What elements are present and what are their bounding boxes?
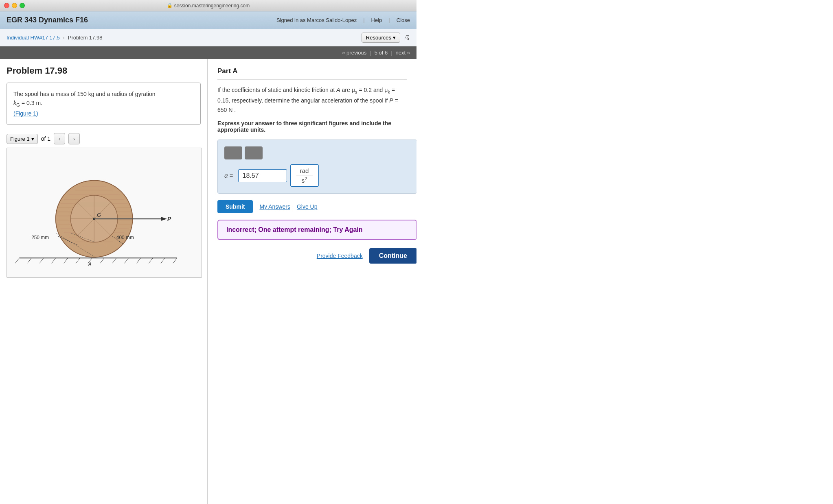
svg-line-1 <box>15 258 19 264</box>
figure-image: G P 250 mm 400 mm A <box>7 148 202 278</box>
figure-select[interactable]: Figure 1 ▾ <box>7 134 38 144</box>
left-panel: Problem 17.98 The spool has a mass of 15… <box>0 59 208 504</box>
input-row: α = rad s2 <box>224 164 410 187</box>
units-divider <box>296 175 313 175</box>
svg-line-11 <box>137 258 141 264</box>
continue-button[interactable]: Continue <box>369 248 416 264</box>
lock-icon: 🔒 <box>167 3 173 8</box>
breadcrumb-bar: Individual HW#17 17.5 › Problem 17.98 Re… <box>0 29 416 46</box>
app-header: EGR 343 Dynamics F16 Signed in as Marcos… <box>0 11 416 29</box>
header-sep2: | <box>388 17 390 23</box>
nav-bar: « previous | 5 of 6 | next » <box>0 46 416 59</box>
svg-line-9 <box>112 258 116 264</box>
svg-line-12 <box>149 258 153 264</box>
resources-label: Resources <box>366 35 391 41</box>
maximize-button[interactable] <box>20 3 25 8</box>
spool-diagram: G P 250 mm 400 mm A <box>7 148 202 277</box>
units-exponent: 2 <box>305 176 307 181</box>
breadcrumb-hw-link[interactable]: Individual HW#17 17.5 <box>7 35 60 41</box>
svg-marker-44 <box>161 217 167 221</box>
svg-text:G: G <box>97 212 101 218</box>
figure-controls: Figure 1 ▾ of 1 ‹ › <box>7 133 201 144</box>
alpha-label: α = <box>224 172 233 179</box>
nav-count: 5 of 6 <box>375 50 388 56</box>
nav-sep1: | <box>370 50 371 56</box>
desc-line1: The spool has a mass of 150 kg and a rad… <box>13 91 156 97</box>
toolbar-row <box>224 146 410 159</box>
toolbar-btn-1[interactable] <box>224 146 242 159</box>
signed-in-label: Signed in as Marcos Salido-Lopez <box>276 17 357 23</box>
incorrect-box: Incorrect; One attempt remaining; Try Ag… <box>217 220 416 240</box>
part-title: Part A <box>217 67 407 80</box>
feedback-link[interactable]: Provide Feedback <box>317 253 363 259</box>
resources-button[interactable]: Resources ▾ <box>362 33 400 43</box>
submit-button[interactable]: Submit <box>217 200 253 213</box>
nav-sep2: | <box>391 50 392 56</box>
print-icon[interactable]: 🖨 <box>403 34 410 41</box>
svg-line-4 <box>52 258 56 264</box>
svg-text:P: P <box>167 216 171 222</box>
figure-prev-button[interactable]: ‹ <box>54 133 65 144</box>
figure-next-button[interactable]: › <box>68 133 80 144</box>
svg-text:400 mm: 400 mm <box>116 235 134 240</box>
figure-of-label: of 1 <box>41 135 50 142</box>
svg-text:250 mm: 250 mm <box>31 235 49 240</box>
figure-select-arrow: ▾ <box>31 136 34 142</box>
resources-area: Resources ▾ 🖨 <box>362 33 410 43</box>
desc-k: kG = 0.3 m. <box>13 100 42 106</box>
answer-input[interactable] <box>238 169 287 182</box>
url-text: session.masteringengineering.com <box>174 3 250 9</box>
svg-line-3 <box>39 258 44 264</box>
main-content: Problem 17.98 The spool has a mass of 15… <box>0 59 416 504</box>
resources-chevron-icon: ▾ <box>393 35 396 41</box>
url-bar: 🔒 session.masteringengineering.com <box>167 3 250 9</box>
svg-line-8 <box>100 258 104 264</box>
svg-line-13 <box>161 258 165 264</box>
units-box: rad s2 <box>290 164 319 187</box>
breadcrumb-separator: › <box>63 35 65 41</box>
svg-line-5 <box>64 258 68 264</box>
problem-description: The spool has a mass of 150 kg and a rad… <box>7 83 201 125</box>
breadcrumb: Individual HW#17 17.5 › Problem 17.98 <box>7 35 102 41</box>
svg-line-6 <box>76 258 80 264</box>
svg-line-2 <box>27 258 31 264</box>
express-instruction: Express your answer to three significant… <box>217 120 407 133</box>
svg-line-14 <box>173 258 177 264</box>
problem-title: Problem 17.98 <box>7 65 201 76</box>
help-link[interactable]: Help <box>371 17 382 23</box>
answer-area: α = rad s2 <box>217 140 416 194</box>
figure-label: Figure 1 <box>10 136 30 142</box>
breadcrumb-current: Problem 17.98 <box>68 35 103 41</box>
close-button[interactable] <box>4 3 9 8</box>
titlebar: 🔒 session.masteringengineering.com <box>0 0 416 11</box>
give-up-link[interactable]: Give Up <box>297 203 318 210</box>
toolbar-btn-2[interactable] <box>245 146 263 159</box>
svg-text:A: A <box>88 261 92 267</box>
header-sep1: | <box>363 17 364 23</box>
window-controls <box>4 3 25 8</box>
minimize-button[interactable] <box>12 3 17 8</box>
right-panel: Part A If the coefficients of static and… <box>208 59 416 504</box>
figure-link[interactable]: (Figure 1) <box>13 110 38 117</box>
next-link[interactable]: next » <box>396 50 410 56</box>
units-denominator: s2 <box>302 176 307 184</box>
bottom-row: Provide Feedback Continue <box>217 248 416 264</box>
action-row: Submit My Answers Give Up <box>217 200 407 213</box>
header-right: Signed in as Marcos Salido-Lopez | Help … <box>276 17 410 23</box>
app-title: EGR 343 Dynamics F16 <box>7 16 88 24</box>
svg-line-10 <box>125 258 129 264</box>
close-link[interactable]: Close <box>397 17 410 23</box>
units-numerator: rad <box>300 167 309 174</box>
question-text: If the coefficients of static and kineti… <box>217 85 407 115</box>
my-answers-link[interactable]: My Answers <box>259 203 290 210</box>
previous-link[interactable]: « previous <box>342 50 366 56</box>
